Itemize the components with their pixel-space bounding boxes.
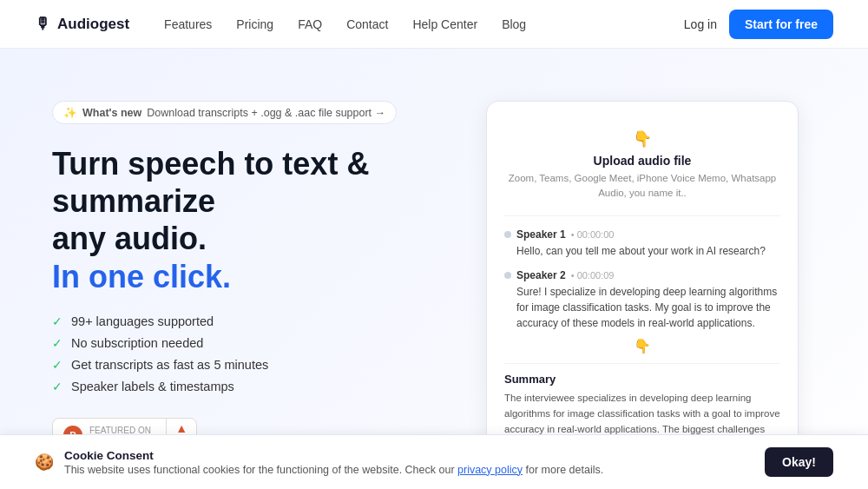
ph-arrow-icon: ▲ bbox=[175, 421, 187, 435]
hero-badge[interactable]: ✨ What's new Download transcripts + .ogg… bbox=[52, 101, 397, 124]
hero-check-item: ✓Speaker labels & timestamps bbox=[52, 380, 434, 393]
check-text: 99+ languages supported bbox=[71, 314, 214, 328]
check-icon: ✓ bbox=[52, 336, 62, 350]
cookie-text-before: This website uses functional cookies for… bbox=[64, 464, 457, 476]
summary-title: Summary bbox=[504, 373, 780, 386]
hero-title-line1: Turn speech to text & summarize bbox=[52, 146, 369, 219]
nav-link-pricing[interactable]: Pricing bbox=[236, 17, 273, 31]
mic-emoji: 👇 bbox=[504, 338, 780, 354]
cookie-banner: 🍪 Cookie Consent This website uses funct… bbox=[0, 434, 868, 489]
badge-detail: Download transcripts + .ogg & .aac file … bbox=[147, 107, 385, 119]
demo-speaker-1: Speaker 1 • 00:00:00 Hello, can you tell… bbox=[504, 228, 780, 259]
brand-name: Audiogest bbox=[57, 16, 129, 33]
hero-title: Turn speech to text & summarize any audi… bbox=[52, 145, 434, 295]
upload-emoji: 👇 bbox=[504, 129, 780, 149]
badge-icon: ✨ bbox=[63, 106, 77, 119]
hero-check-item: ✓Get transcripts as fast as 5 minutes bbox=[52, 358, 434, 372]
check-icon: ✓ bbox=[52, 380, 62, 393]
check-text: Get transcripts as fast as 5 minutes bbox=[71, 358, 268, 372]
cookie-title: Cookie Consent bbox=[64, 449, 754, 462]
logo-icon: 🎙 bbox=[35, 15, 50, 33]
hero-check-item: ✓99+ languages supported bbox=[52, 314, 434, 328]
login-button[interactable]: Log in bbox=[684, 17, 717, 31]
speaker-dot bbox=[504, 231, 511, 238]
demo-upload: 👇 Upload audio file Zoom, Teams, Google … bbox=[504, 119, 780, 216]
hero-section: ✨ What's new Download transcripts + .ogg… bbox=[0, 49, 868, 489]
nav-right: Log in Start for free bbox=[684, 10, 833, 39]
speaker-time: • 00:00:00 bbox=[571, 229, 615, 240]
nav-link-features[interactable]: Features bbox=[164, 17, 212, 31]
nav-link-blog[interactable]: Blog bbox=[502, 17, 526, 31]
badge-whats-new: What's new bbox=[82, 107, 141, 119]
hero-left: ✨ What's new Download transcripts + .ogg… bbox=[52, 101, 434, 453]
start-free-button[interactable]: Start for free bbox=[729, 10, 833, 39]
cookie-icon: 🍪 bbox=[35, 453, 54, 472]
check-icon: ✓ bbox=[52, 314, 62, 328]
speaker-text: Hello, can you tell me about your work i… bbox=[504, 243, 780, 259]
upload-sub: Zoom, Teams, Google Meet, iPhone Voice M… bbox=[504, 171, 780, 202]
hero-title-line3: In one click. bbox=[52, 259, 231, 294]
logo-link[interactable]: 🎙 Audiogest bbox=[35, 15, 129, 33]
cookie-text: This website uses functional cookies for… bbox=[64, 464, 754, 476]
nav-link-faq[interactable]: FAQ bbox=[298, 17, 322, 31]
upload-title: Upload audio file bbox=[504, 154, 780, 168]
privacy-policy-link[interactable]: privacy policy bbox=[457, 464, 523, 476]
hero-title-line2: any audio. bbox=[52, 221, 207, 256]
hero-check-item: ✓No subscription needed bbox=[52, 336, 434, 350]
check-text: No subscription needed bbox=[71, 336, 203, 350]
cookie-content: Cookie Consent This website uses functio… bbox=[64, 449, 754, 476]
speaker-time: • 00:00:09 bbox=[571, 270, 615, 281]
hero-right: 👇 Upload audio file Zoom, Teams, Google … bbox=[486, 101, 799, 487]
navbar: 🎙 Audiogest FeaturesPricingFAQContactHel… bbox=[0, 0, 868, 49]
speaker-name: Speaker 2 bbox=[516, 269, 566, 281]
speaker-text: Sure! I specialize in developing deep le… bbox=[504, 284, 780, 331]
demo-card: 👇 Upload audio file Zoom, Teams, Google … bbox=[486, 101, 799, 487]
speaker-dot bbox=[504, 272, 511, 279]
check-icon: ✓ bbox=[52, 358, 62, 372]
cookie-text-after: for more details. bbox=[526, 464, 604, 476]
hero-checks: ✓99+ languages supported✓No subscription… bbox=[52, 314, 434, 393]
demo-speakers: Speaker 1 • 00:00:00 Hello, can you tell… bbox=[504, 228, 780, 331]
nav-links: FeaturesPricingFAQContactHelp CenterBlog bbox=[164, 17, 684, 31]
nav-link-contact[interactable]: Contact bbox=[346, 17, 388, 31]
check-text: Speaker labels & timestamps bbox=[71, 380, 234, 393]
nav-link-help-center[interactable]: Help Center bbox=[412, 17, 477, 31]
demo-speaker-2: Speaker 2 • 00:00:09 Sure! I specialize … bbox=[504, 269, 780, 331]
speaker-name: Speaker 1 bbox=[516, 228, 566, 241]
cookie-okay-button[interactable]: Okay! bbox=[765, 447, 833, 477]
